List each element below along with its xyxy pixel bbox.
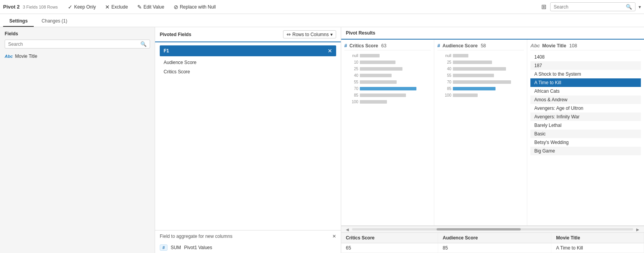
fields-header: Fields (0, 27, 155, 38)
bar-fill (360, 94, 406, 97)
aggregate-section: Field to aggregate for new columns ✕ # S… (155, 230, 341, 253)
bar-label: 85 (437, 87, 451, 91)
bar-fill (360, 54, 380, 57)
critics-score-name: Critics Score (349, 43, 378, 49)
bar-label: 40 (437, 67, 451, 71)
bar-label: 25 (437, 60, 451, 64)
bar-fill (453, 67, 506, 71)
bar-track (453, 94, 524, 97)
pivoted-field-audience-score[interactable]: Audience Score (160, 58, 336, 67)
critics-score-chart: null 10 25 40 55 70 (344, 53, 431, 225)
list-item[interactable]: Avengers: Age of Ultron (530, 104, 641, 113)
th-audience-score: Audience Score (438, 233, 551, 243)
bar-track (453, 54, 524, 57)
toolbar-search-box[interactable]: 🔍 (550, 2, 635, 11)
search-icon: 🔍 (626, 4, 632, 10)
bar-row: 70 (344, 86, 431, 91)
th-critics-score: Critics Score (341, 233, 438, 243)
bar-label: 25 (344, 67, 358, 71)
aggregate-header: Field to aggregate for new columns ✕ (155, 230, 341, 242)
fields-search-box[interactable]: 🔍 (5, 40, 150, 49)
bar-row: 25 (344, 66, 431, 71)
bar-track (360, 100, 431, 104)
critics-score-count: 63 (381, 43, 386, 49)
pivot-results-header: Pivot Results (341, 27, 644, 40)
movie-title-type-icon: Abc (530, 43, 540, 49)
bar-row: 70 (437, 79, 524, 85)
list-item[interactable]: African Cats (530, 87, 641, 95)
search-input[interactable] (554, 4, 626, 10)
rows-to-columns-dropdown-icon[interactable]: ▾ (330, 32, 333, 37)
list-item[interactable]: A Shock to the System (530, 70, 641, 78)
bar-fill (453, 87, 496, 90)
agg-func: SUM (171, 245, 181, 250)
bar-track (360, 54, 431, 57)
bar-label: null (344, 54, 358, 58)
tab-changes[interactable]: Changes (1) (35, 16, 73, 27)
list-item[interactable]: 1408 (530, 53, 641, 61)
keep-only-button[interactable]: ✓ Keep Only (64, 2, 100, 12)
bar-track (360, 94, 431, 97)
scroll-left-icon[interactable]: ◀ (346, 227, 349, 232)
bar-track (453, 80, 524, 84)
bar-row: 85 (344, 92, 431, 98)
toolbar-meta: 3 Fields 108 Rows (23, 5, 58, 9)
list-item[interactable]: Amos & Andrew (530, 95, 641, 104)
exclude-button[interactable]: ✕ Exclude (101, 2, 132, 12)
circle-slash-icon: ⊘ (174, 4, 178, 10)
bar-row: 40 (344, 73, 431, 78)
bar-label: 70 (437, 80, 451, 84)
pivoted-field-critics-score[interactable]: Critics Score (160, 67, 336, 76)
edit-value-button[interactable]: ✎ Edit Value (133, 2, 168, 12)
bar-label: 40 (344, 73, 358, 78)
list-item[interactable]: Avengers: Infinity War (530, 113, 641, 121)
audience-score-chart: null 25 40 55 70 85 (437, 53, 524, 225)
movie-title-name: Movie Title (542, 43, 566, 49)
list-item[interactable]: Barely Lethal (530, 121, 641, 130)
horizontal-scrollbar[interactable]: ◀ ▶ (341, 226, 644, 233)
list-item[interactable]: Big Game (530, 147, 641, 155)
field-item-movie-title[interactable]: Abc Movie Title (0, 52, 155, 61)
list-item[interactable]: A Time to Kill (530, 78, 641, 87)
aggregate-close-icon[interactable]: ✕ (332, 234, 336, 239)
edit-value-label: Edit Value (143, 4, 164, 10)
audience-score-col: # Audience Score 58 null 25 40 55 (434, 40, 527, 225)
pivot-icon: ⇔ (287, 31, 291, 37)
tab-settings[interactable]: Settings (3, 16, 34, 27)
critics-score-header: # Critics Score 63 (344, 43, 431, 50)
list-item[interactable]: Betsy's Wedding (530, 138, 641, 147)
bar-row: 40 (437, 66, 524, 71)
pivoted-fields-title: Pivoted Fields (160, 32, 191, 37)
bar-label: 100 (437, 93, 451, 97)
bar-fill (453, 80, 511, 84)
movie-title-list[interactable]: 1408187A Shock to the SystemA Time to Ki… (530, 53, 641, 225)
list-item[interactable]: Basic (530, 130, 641, 138)
replace-null-label: Replace with Null (180, 4, 216, 10)
fields-search-icon: 🔍 (140, 41, 147, 47)
rows-to-columns-label: Rows to Columns (292, 32, 329, 37)
bar-label: 70 (344, 87, 358, 91)
keep-only-label: Keep Only (74, 4, 96, 10)
bar-fill (453, 94, 478, 97)
critics-score-type-icon: # (344, 43, 347, 49)
table-row: 65 85 A Time to Kill (341, 243, 644, 253)
rows-to-columns-button[interactable]: ⇔ Rows to Columns ▾ (283, 30, 336, 38)
scroll-track[interactable] (352, 228, 633, 230)
toolbar: Pivot 2 3 Fields 108 Rows ✓ Keep Only ✕ … (0, 0, 644, 14)
bar-label: 85 (344, 93, 358, 97)
fields-search-input[interactable] (8, 42, 140, 47)
dropdown-arrow-icon[interactable]: ▾ (639, 4, 641, 10)
field-type-abc: Abc (5, 54, 13, 59)
bar-track (453, 67, 524, 71)
scroll-right-icon[interactable]: ▶ (636, 227, 639, 232)
movie-title-col: Abc Movie Title 108 1408187A Shock to th… (527, 40, 644, 225)
scroll-thumb[interactable] (437, 228, 521, 230)
list-item[interactable]: 187 (530, 61, 641, 70)
exclude-label: Exclude (111, 4, 128, 10)
th-movie-title: Movie Title (551, 233, 644, 243)
replace-null-button[interactable]: ⊘ Replace with Null (170, 2, 220, 12)
pivot-results-title: Pivot Results (346, 30, 375, 36)
f1-close-button[interactable]: ✕ (328, 48, 332, 54)
bar-track (453, 87, 524, 90)
table-icon: ⊞ (541, 3, 546, 10)
